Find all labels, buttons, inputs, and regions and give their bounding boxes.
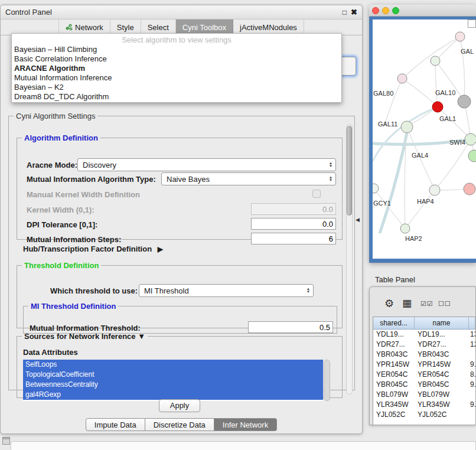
sources-group: Sources for Network Inference ▼ Data Att… xyxy=(17,332,343,398)
network-edge[interactable] xyxy=(438,107,471,139)
network-node[interactable] xyxy=(373,184,379,193)
clear-all-checkboxes-icon[interactable]: ☐☐ xyxy=(438,300,451,308)
dpi-tolerance-label: DPI Tolerance [0,1]: xyxy=(27,220,97,229)
table-row[interactable]: YER054C YER054C 8. xyxy=(373,370,475,380)
minimized-panel-icon[interactable] xyxy=(2,437,10,445)
table-row[interactable]: YLR345W YLR345W 9. xyxy=(373,400,475,410)
manual-kernel-width-checkbox[interactable] xyxy=(312,190,321,198)
aracne-mode-combobox[interactable]: Discovery ▲▼ xyxy=(77,158,336,171)
node-label: GAL10 xyxy=(435,89,455,96)
table-row[interactable]: YBL079W YBL079W xyxy=(373,390,475,400)
cell: YBR043C xyxy=(415,350,469,360)
cell: 12 xyxy=(469,340,475,350)
mi-steps-input[interactable] xyxy=(251,233,336,244)
gear-icon[interactable]: ⚙ xyxy=(384,297,394,310)
network-node[interactable] xyxy=(431,56,440,66)
dropdown-item[interactable]: Dream8 DC_TDC Algorithm xyxy=(12,92,341,102)
tab-infer-network[interactable]: Infer Network xyxy=(214,418,277,431)
dropdown-item[interactable]: Mutual Information Inference xyxy=(12,73,341,83)
table-row[interactable]: YPR145W YPR145W 9. xyxy=(373,360,475,370)
list-item-selected[interactable]: TopologicalCoefficient xyxy=(23,370,323,380)
table-row[interactable]: YJL052C YJL052C xyxy=(373,410,475,420)
network-node[interactable] xyxy=(401,121,413,133)
canvas-scroll-corner[interactable] xyxy=(468,19,476,28)
combo-arrows-icon: ▲▼ xyxy=(328,176,334,182)
restore-window-icon[interactable]: □ xyxy=(343,9,347,16)
settings-scrollbar[interactable] xyxy=(346,124,353,394)
table-row[interactable]: YDR27... YDR27... 12 xyxy=(373,340,475,350)
cell: YBL079W xyxy=(373,390,415,400)
network-edge[interactable] xyxy=(380,133,407,233)
network-edge[interactable] xyxy=(435,37,460,61)
tab-discretize-data[interactable]: Discretize Data xyxy=(145,418,214,431)
network-node[interactable] xyxy=(468,150,476,162)
minimize-traffic-light[interactable] xyxy=(382,7,389,14)
network-edge[interactable] xyxy=(460,37,465,102)
network-node[interactable] xyxy=(458,95,471,108)
dropdown-placeholder[interactable]: Select algorithm to view settings xyxy=(12,35,341,45)
node-label: SWI4 xyxy=(449,139,465,146)
network-canvas[interactable]: GALGAL80GAL10GAL11GAL1SWI4GAL4GCY1HAP4HA… xyxy=(373,19,476,259)
sources-title: Sources for Network Inference ▼ xyxy=(22,332,148,341)
apply-button[interactable]: Apply xyxy=(159,399,200,412)
expand-right-arrow-icon[interactable]: ▶ xyxy=(158,245,163,253)
kernel-width-input[interactable] xyxy=(251,203,336,215)
collapse-down-arrow-icon[interactable]: ▼ xyxy=(138,332,145,341)
dropdown-item[interactable]: Bayesian – K2 xyxy=(12,83,341,92)
close-traffic-light[interactable] xyxy=(372,7,379,14)
network-edge[interactable] xyxy=(402,79,438,107)
dropdown-item-selected[interactable]: ARACNE Algorithm xyxy=(12,64,341,73)
network-node[interactable] xyxy=(400,224,410,233)
select-all-checkboxes-icon[interactable]: ☑☑ xyxy=(420,300,433,308)
panel-collapse-arrow-icon[interactable]: ◀ xyxy=(356,217,360,223)
dpi-tolerance-input[interactable] xyxy=(251,218,336,230)
dropdown-item[interactable]: Bayesian – Hill Climbing xyxy=(12,45,341,54)
network-node[interactable] xyxy=(429,185,440,195)
network-edge[interactable] xyxy=(435,61,438,107)
column-header-name[interactable]: name xyxy=(415,317,469,329)
network-node[interactable] xyxy=(397,74,407,83)
manual-kernel-width-label: Manual Kernel Width Definition xyxy=(27,190,140,199)
mi-steps-label: Mutual Information Steps: xyxy=(27,235,121,244)
network-edge[interactable] xyxy=(402,37,460,79)
control-panel-titlebar[interactable]: Control Panel □ ✖ xyxy=(1,5,362,19)
network-node[interactable] xyxy=(455,32,465,41)
tab-impute-data[interactable]: Impute Data xyxy=(86,418,145,431)
network-node[interactable] xyxy=(464,183,475,195)
aracne-mode-value: Discovery xyxy=(83,161,116,169)
tab-label: Select xyxy=(148,23,169,32)
node-label: HAP2 xyxy=(405,235,422,242)
hub-transcription-factor-expander[interactable]: Hub/Transcription Factor Definition ▶ xyxy=(23,244,163,253)
mi-algorithm-type-combobox[interactable]: Naive Bayes ▲▼ xyxy=(161,172,336,185)
list-item-selected[interactable]: SelfLoops xyxy=(23,360,323,370)
network-edge[interactable] xyxy=(405,190,435,229)
table-row[interactable]: YBR043C YBR043C xyxy=(373,350,475,360)
network-node[interactable] xyxy=(432,102,443,112)
network-edge[interactable] xyxy=(435,139,471,190)
network-edge[interactable] xyxy=(374,188,405,229)
list-scrollbar[interactable] xyxy=(324,360,330,401)
network-node[interactable] xyxy=(465,133,476,145)
list-item-selected[interactable]: gal4RGexp xyxy=(23,390,323,400)
column-header-shared[interactable]: shared... xyxy=(373,317,415,329)
column-header-cut[interactable] xyxy=(469,317,475,329)
list-item-selected[interactable]: BetweennessCentrality xyxy=(23,380,323,390)
close-window-icon[interactable]: ✖ xyxy=(351,8,357,16)
which-threshold-combobox[interactable]: MI Threshold ▲▼ xyxy=(139,284,314,297)
combo-arrows-icon: ▲▼ xyxy=(328,162,334,168)
mi-threshold-input[interactable] xyxy=(248,321,333,333)
settings-scrollbar-thumb[interactable] xyxy=(347,126,352,216)
network-window-titlebar[interactable] xyxy=(369,5,476,17)
node-attribute-table: shared... name YDL19... YDL19... 13 YDR2… xyxy=(373,317,475,425)
zoom-traffic-light[interactable] xyxy=(392,7,399,14)
table-row[interactable]: YBR045C YBR045C 9. xyxy=(373,380,475,390)
table-row[interactable]: YDL19... YDL19... 13 xyxy=(373,330,475,340)
mi-algorithm-type-value: Naive Bayes xyxy=(167,175,210,184)
columns-icon[interactable]: ▦ xyxy=(402,297,412,309)
node-label: GAL xyxy=(461,48,474,55)
cell xyxy=(469,390,475,400)
dropdown-item[interactable]: Basic Correlation Inference xyxy=(12,54,341,64)
node-label: GAL11 xyxy=(378,120,397,128)
kernel-width-label: Kernel Width (0,1): xyxy=(27,206,94,214)
network-edge[interactable] xyxy=(384,79,402,126)
